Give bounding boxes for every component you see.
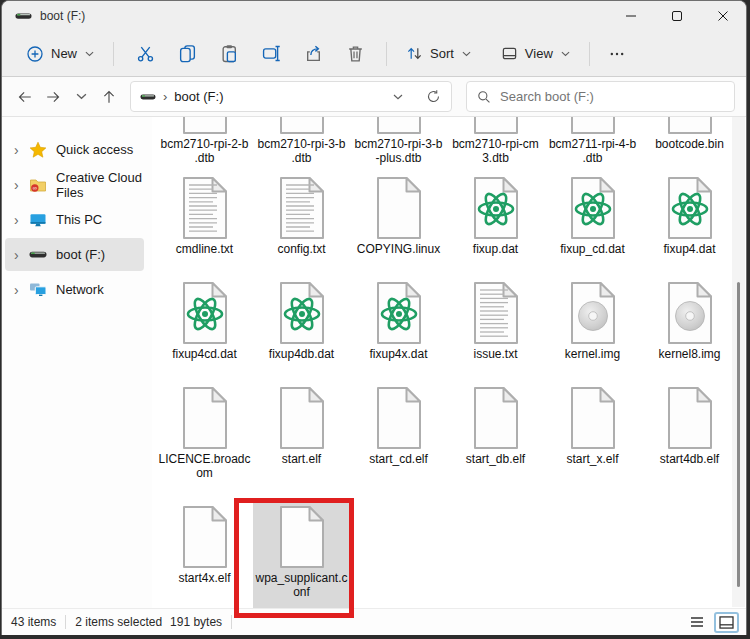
file-item-fixup4x-dat[interactable]: fixup4x.dat	[350, 275, 447, 380]
file-item-start-elf[interactable]: start.elf	[253, 380, 350, 499]
file-item-fixup4db-dat[interactable]: fixup4db.dat	[253, 275, 350, 380]
scissors-icon	[136, 44, 155, 63]
sort-button[interactable]: Sort	[397, 36, 480, 72]
refresh-button[interactable]	[419, 83, 447, 111]
file-item-fixup4-dat[interactable]: fixup4.dat	[641, 170, 738, 275]
breadcrumb-drive[interactable]: boot (F:)	[174, 89, 223, 104]
vertical-scrollbar[interactable]	[732, 117, 745, 607]
drive-icon	[29, 246, 49, 264]
delete-button[interactable]	[334, 36, 376, 72]
command-toolbar: New	[2, 31, 746, 77]
chevron-right-icon[interactable]: ›	[14, 178, 29, 192]
view-button[interactable]: View	[492, 36, 579, 72]
file-item-bcm2710-rpi-2-b-dtb[interactable]: bcm2710-rpi-2-b .dtb	[156, 117, 253, 170]
sidebar-item-quick-access[interactable]: ›Quick access	[5, 133, 144, 166]
sidebar-item-label: Network	[56, 282, 104, 297]
up-button[interactable]	[95, 82, 123, 112]
file-item-bcm2710-rpi-3-b-dtb[interactable]: bcm2710-rpi-3-b .dtb	[253, 117, 350, 170]
scrollbar-thumb[interactable]	[737, 282, 740, 587]
arrow-left-icon	[17, 89, 33, 105]
toolbar-separator	[589, 42, 590, 66]
forward-button[interactable]	[39, 82, 67, 112]
doc-file-icon	[373, 386, 425, 450]
share-button[interactable]	[292, 36, 334, 72]
file-item-start-db-elf[interactable]: start_db.elf	[447, 380, 544, 499]
chevron-down-icon	[393, 94, 403, 100]
copy-icon	[178, 44, 197, 63]
address-bar[interactable]: › boot (F:)	[130, 81, 452, 112]
atom-file-icon	[664, 176, 716, 240]
plus-circle-icon	[26, 45, 44, 63]
file-item-bcm2710-rpi-3-b-plus-dtb[interactable]: bcm2710-rpi-3-b -plus.dtb	[350, 117, 447, 170]
search-icon	[477, 90, 491, 104]
doc-file-icon	[179, 386, 231, 450]
sidebar-item-network[interactable]: ›Network	[5, 273, 144, 306]
file-item-start4db-elf[interactable]: start4db.elf	[641, 380, 738, 499]
details-view-button[interactable]	[684, 612, 709, 633]
file-item-start-x-elf[interactable]: start_x.elf	[544, 380, 641, 499]
back-button[interactable]	[11, 82, 39, 112]
sidebar-item-label: Quick access	[56, 142, 133, 157]
new-button-label: New	[51, 46, 77, 61]
chevron-right-icon[interactable]: ›	[14, 143, 29, 157]
file-item-bcm2711-rpi-4-b-dtb[interactable]: bcm2711-rpi-4-b .dtb	[544, 117, 641, 170]
file-item-licence-broadcom[interactable]: LICENCE.broadc om	[156, 380, 253, 499]
file-item-config-txt[interactable]: config.txt	[253, 170, 350, 275]
search-input[interactable]	[500, 89, 724, 104]
file-label: kernel8.img	[658, 348, 720, 362]
doc-file-icon	[179, 505, 231, 569]
disc-file-icon	[664, 281, 716, 345]
star-icon	[29, 141, 49, 159]
cut-button[interactable]	[124, 36, 166, 72]
file-item-cmdline-txt[interactable]: cmdline.txt	[156, 170, 253, 275]
file-item-copying-linux[interactable]: COPYING.linux	[350, 170, 447, 275]
file-item-fixup-dat[interactable]: fixup.dat	[447, 170, 544, 275]
thumbnail-view-button[interactable]	[714, 612, 739, 633]
file-label: start_x.elf	[566, 453, 618, 467]
file-item-start4x-elf[interactable]: start4x.elf	[156, 499, 253, 608]
file-label: start4x.elf	[178, 572, 230, 586]
file-item-kernel8-img[interactable]: kernel8.img	[641, 275, 738, 380]
item-count: 43 items	[11, 615, 56, 629]
sort-arrows-icon	[406, 45, 423, 62]
file-item-bcm2710-rpi-cm3-dtb[interactable]: bcm2710-rpi-cm 3.dtb	[447, 117, 544, 170]
explorer-window: boot (F:) New	[1, 0, 747, 635]
doc-file-icon	[373, 117, 425, 135]
rename-button[interactable]	[250, 36, 292, 72]
close-button[interactable]	[700, 1, 746, 31]
drive-icon	[15, 11, 32, 21]
file-item-kernel-img[interactable]: kernel.img	[544, 275, 641, 380]
status-bar: 43 items 2 items selected 191 bytes	[2, 608, 746, 635]
chevron-right-icon[interactable]: ›	[14, 213, 29, 227]
view-layout-icon	[501, 45, 518, 62]
sidebar-item-this-pc[interactable]: ›This PC	[5, 203, 144, 236]
title-area: boot (F:)	[2, 1, 608, 31]
see-more-button[interactable]	[600, 36, 634, 72]
search-box[interactable]	[466, 81, 735, 112]
new-button[interactable]: New	[17, 36, 103, 72]
clipboard-icon	[220, 44, 239, 63]
sidebar-item-boot-f[interactable]: ›boot (F:)	[5, 238, 144, 271]
sidebar-item-label: boot (F:)	[56, 247, 105, 262]
file-item-start-cd-elf[interactable]: start_cd.elf	[350, 380, 447, 499]
file-label: start_db.elf	[466, 453, 525, 467]
view-toggle-group	[684, 612, 746, 633]
doc-file-icon	[276, 117, 328, 135]
address-dropdown-button[interactable]	[384, 83, 412, 111]
refresh-icon	[426, 89, 441, 104]
doc-file-icon	[567, 117, 619, 135]
file-item-fixup-cd-dat[interactable]: fixup_cd.dat	[544, 170, 641, 275]
file-item-bootcode-bin[interactable]: bootcode.bin	[641, 117, 738, 170]
chevron-right-icon[interactable]: ›	[14, 248, 29, 262]
sidebar-item-creative-cloud-files[interactable]: ›∞Creative Cloud Files	[5, 168, 144, 201]
recent-locations-button[interactable]	[67, 82, 95, 112]
paste-button[interactable]	[208, 36, 250, 72]
maximize-button[interactable]	[654, 1, 700, 31]
file-item-fixup4cd-dat[interactable]: fixup4cd.dat	[156, 275, 253, 380]
chevron-right-icon[interactable]: ›	[14, 283, 29, 297]
file-item-issue-txt[interactable]: issue.txt	[447, 275, 544, 380]
copy-button[interactable]	[166, 36, 208, 72]
svg-text:∞: ∞	[33, 184, 37, 190]
file-item-wpa-supplicant-conf[interactable]: wpa_supplicant.c onf	[253, 499, 350, 608]
minimize-button[interactable]	[608, 1, 654, 31]
